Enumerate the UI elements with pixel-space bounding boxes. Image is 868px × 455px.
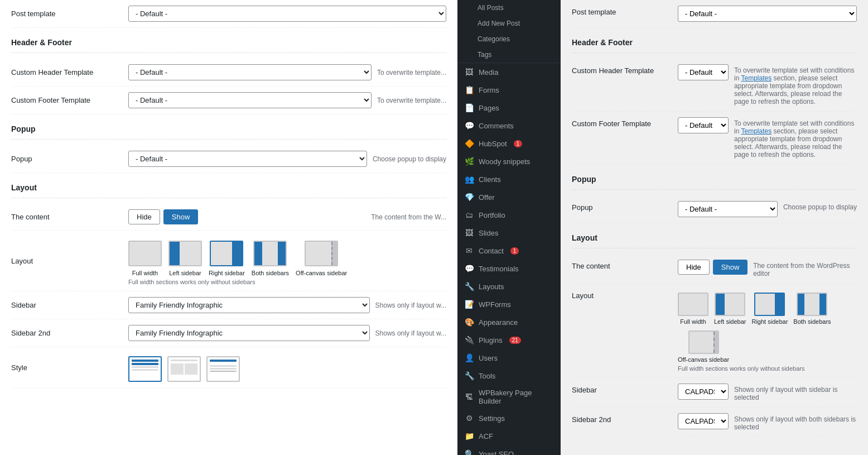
menu-item-yoast-seo[interactable]: 🔍 Yoast SEO — [457, 445, 561, 455]
menu-item-tools[interactable]: 🔧 Tools — [457, 367, 561, 385]
wpbakery-icon: 🏗 — [464, 392, 474, 402]
style-option-1[interactable] — [128, 356, 162, 382]
rp-show-button[interactable]: Show — [713, 260, 748, 275]
settings-label: Settings — [479, 414, 505, 423]
hubspot-icon: 🔶 — [464, 138, 474, 149]
rp-post-template-row: Post template - Default - — [572, 0, 857, 28]
forms-icon: 📋 — [464, 85, 474, 95]
rp-hide-button[interactable]: Hide — [678, 260, 710, 275]
menu-item-users[interactable]: 👤 Users — [457, 349, 561, 367]
rp-layout-label: Layout — [572, 289, 672, 300]
rp-layout-section: Layout — [572, 223, 857, 248]
contact-icon: ✉ — [464, 246, 474, 256]
layout-hint-left: Full width sections works only without s… — [128, 279, 446, 285]
custom-footer-hint: To overwrite template... — [377, 97, 446, 104]
rp-custom-header-link[interactable]: Templates — [741, 74, 771, 82]
menu-item-portfolio[interactable]: 🗂 Portfolio — [457, 206, 561, 224]
menu-item-add-new-post[interactable]: Add New Post — [457, 16, 561, 31]
menu-item-slides[interactable]: 🖼 Slides — [457, 224, 561, 242]
tags-label: Tags — [478, 51, 491, 59]
tools-label: Tools — [479, 372, 495, 380]
menu-item-appearance[interactable]: 🎨 Appearance — [457, 313, 561, 331]
woody-snippets-icon: 🌿 — [464, 156, 474, 166]
rp-layout-full-width[interactable]: Full width — [678, 293, 708, 325]
custom-header-select[interactable]: - Default - — [128, 64, 372, 80]
custom-header-row: Custom Header Template - Default - To ov… — [11, 59, 446, 87]
hide-button-left[interactable]: Hide — [128, 209, 160, 224]
sidebar-select-left[interactable]: Family Friendly Infographic — [128, 297, 370, 313]
settings-icon: ⚙ — [464, 413, 474, 423]
popup-select-left[interactable]: - Default - — [128, 151, 367, 167]
rp-popup-section: Popup — [572, 165, 857, 190]
rp-content-hint: The content from the WordPress editor — [753, 260, 857, 277]
custom-footer-select[interactable]: - Default - — [128, 92, 372, 108]
rp-custom-header-select[interactable]: - Default - — [678, 64, 729, 80]
rp-custom-footer-select[interactable]: - Default - — [678, 117, 729, 133]
layout-options-left: Full width Left sidebar Right sidebar Bo… — [128, 241, 446, 276]
rp-popup-row: Popup - Default - Choose popup to displa… — [572, 195, 857, 223]
layout-full-width-label-left: Full width — [132, 270, 158, 276]
rp-layout-left-sidebar-thumb — [715, 293, 745, 316]
dropdown-menu: All Posts Add New Post Categories Tags 🖼… — [457, 0, 561, 455]
show-button-left[interactable]: Show — [163, 209, 199, 224]
rp-sidebar-select[interactable]: CALPADS EOY Checklist — [678, 384, 729, 400]
rp-popup-select[interactable]: - Default - — [678, 201, 778, 217]
rp-layout-right-sidebar[interactable]: Right sidebar — [751, 293, 788, 325]
sidebar-label-left: Sidebar — [11, 301, 123, 309]
rp-custom-footer-hint: To overwrite template set with condition… — [734, 117, 857, 159]
posts-group: All Posts Add New Post Categories Tags — [457, 0, 561, 63]
menu-item-hubspot[interactable]: 🔶 HubSpot 1 — [457, 135, 561, 152]
menu-item-comments[interactable]: 💬 Comments — [457, 117, 561, 135]
rp-layout-right-sidebar-thumb — [754, 293, 785, 316]
rp-post-template-select[interactable]: - Default - — [678, 6, 857, 22]
style-option-2[interactable] — [167, 356, 201, 382]
pages-label: Pages — [479, 104, 499, 112]
menu-item-contact[interactable]: ✉ Contact 1 — [457, 242, 561, 260]
rp-popup-hint: Choose popup to display — [783, 201, 857, 211]
menu-item-categories[interactable]: Categories — [457, 31, 561, 47]
layout-full-width-left[interactable]: Full width — [128, 241, 162, 276]
rp-layout-both-sidebars[interactable]: Both sidebars — [793, 293, 831, 325]
menu-item-tags[interactable]: Tags — [457, 47, 561, 63]
rp-sidebar2-select[interactable]: CALPADS EOY Checklist — [678, 413, 729, 429]
slides-label: Slides — [479, 229, 498, 237]
menu-item-media[interactable]: 🖼 Media — [457, 63, 561, 81]
sidebar2-select-left[interactable]: Family Friendly Infographic — [128, 325, 370, 341]
layout-left-sidebar-left[interactable]: Left sidebar — [168, 241, 202, 276]
menu-item-forms[interactable]: 📋 Forms — [457, 81, 561, 99]
menu-item-all-posts[interactable]: All Posts — [457, 0, 561, 16]
rp-sidebar-hint: Shows only if layout with sidebar is sel… — [734, 384, 857, 401]
appearance-label: Appearance — [479, 318, 518, 327]
rp-layout-full-width-thumb — [678, 293, 708, 316]
rp-layout-left-sidebar[interactable]: Left sidebar — [714, 293, 746, 325]
tools-icon: 🔧 — [464, 371, 474, 381]
rp-content-toggle: Hide Show — [678, 260, 748, 275]
layout-both-sidebars-left[interactable]: Both sidebars — [252, 241, 289, 276]
rp-sidebar-row: Sidebar CALPADS EOY Checklist Shows only… — [572, 378, 857, 408]
menu-item-pages[interactable]: 📄 Pages — [457, 99, 561, 117]
menu-item-plugins[interactable]: 🔌 Plugins 21 — [457, 331, 561, 349]
layout-full-width-thumb-left — [128, 241, 162, 266]
menu-item-layouts[interactable]: 🔧 Layouts — [457, 277, 561, 295]
menu-item-wpforms[interactable]: 📝 WPForms — [457, 295, 561, 313]
rp-layout-offcanvas-label: Off-canvas sidebar — [678, 356, 729, 363]
menu-item-wpbakery[interactable]: 🏗 WPBakery Page Builder — [457, 385, 561, 409]
menu-item-woody-snippets[interactable]: 🌿 Woody snippets — [457, 152, 561, 170]
menu-item-settings[interactable]: ⚙ Settings — [457, 409, 561, 427]
post-template-select[interactable]: - Default - — [128, 6, 446, 22]
sidebar-control-left: Family Friendly Infographic — [128, 297, 370, 313]
layout-offcanvas-left[interactable]: Off-canvas sidebar — [296, 241, 347, 276]
layout-right-sidebar-left[interactable]: Right sidebar — [209, 241, 245, 276]
menu-item-testimonials[interactable]: 💬 Testimonials — [457, 260, 561, 277]
rp-custom-footer-link[interactable]: Templates — [741, 127, 771, 135]
plugins-badge: 21 — [509, 337, 521, 344]
rp-sidebar2-label: Sidebar 2nd — [572, 413, 672, 424]
menu-item-acf[interactable]: 📁 ACF — [457, 427, 561, 445]
layout-left-sidebar-thumb-left — [168, 241, 202, 266]
style-option-3[interactable] — [206, 356, 240, 382]
testimonials-icon: 💬 — [464, 264, 474, 274]
menu-item-clients[interactable]: 👥 Clients — [457, 170, 561, 188]
menu-item-offer[interactable]: 💎 Offer — [457, 188, 561, 206]
rp-layout-offcanvas[interactable]: Off-canvas sidebar — [678, 331, 729, 363]
content-row-left: The content Hide Show The content from t… — [11, 204, 446, 231]
